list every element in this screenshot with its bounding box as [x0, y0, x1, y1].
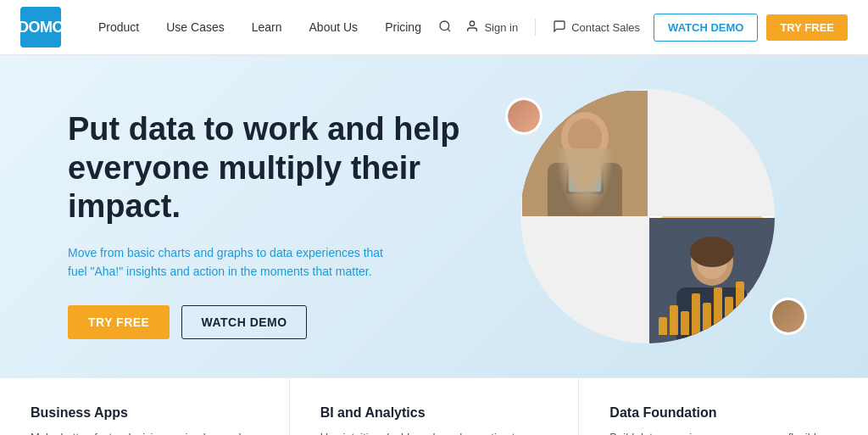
hero-section: Put data to work and help everyone multi… — [0, 55, 868, 377]
hero-buttons: TRY FREE WATCH DEMO — [68, 305, 475, 339]
avatar-face-2 — [772, 300, 804, 332]
feature-title-data-foundation: Data Foundation — [609, 405, 837, 421]
features-section: Business Apps Make better, faster decisi… — [0, 377, 868, 435]
chart-bar — [725, 297, 733, 336]
contact-sales-label: Contact Sales — [571, 21, 640, 34]
nav-divider — [535, 19, 536, 36]
avatar-face-1 — [508, 100, 540, 132]
hero-subtext: Move from basic charts and graphs to dat… — [68, 243, 390, 282]
chart-bar — [681, 311, 689, 335]
svg-point-13 — [690, 237, 734, 267]
chart-bars — [659, 267, 766, 335]
svg-line-1 — [448, 29, 451, 31]
contact-sales-button[interactable]: Contact Sales — [553, 20, 640, 36]
navbar-left: DOMO Product Use Cases Learn About Us Pr… — [20, 0, 435, 55]
navbar: DOMO Product Use Cases Learn About Us Pr… — [0, 0, 868, 55]
svg-rect-8 — [569, 170, 601, 192]
svg-rect-5 — [548, 163, 622, 216]
hero-subtext-highlight: moments that matter. — [257, 265, 371, 278]
chart-bar — [659, 317, 667, 335]
logo-text: DOMO — [18, 19, 64, 36]
hero-visual: PQLS BY LEAD STATUS 268 PQLs — [495, 106, 817, 343]
avatar-overlay-bottom-right — [770, 298, 807, 335]
feature-desc-data-foundation: Build data experiences on a secure, flex… — [609, 429, 837, 435]
watch-demo-hero-button[interactable]: WATCH DEMO — [181, 305, 306, 339]
feature-card-business-apps: Business Apps Make better, faster decisi… — [0, 377, 290, 435]
chart-bar — [670, 305, 678, 335]
search-button[interactable] — [438, 20, 452, 36]
feature-card-data-foundation: Data Foundation Build data experiences o… — [579, 377, 868, 435]
nav-btn-group: WATCH DEMO TRY FREE — [654, 14, 848, 42]
feature-title-bi-analytics: BI and Analytics — [320, 405, 548, 421]
svg-point-0 — [440, 21, 449, 31]
nav-use-cases[interactable]: Use Cases — [153, 0, 237, 55]
watch-demo-nav-button[interactable]: WATCH DEMO — [654, 14, 758, 42]
chart-bar — [703, 303, 711, 336]
nav-pricing[interactable]: Pricing — [371, 0, 435, 55]
chat-icon — [553, 20, 566, 36]
try-free-nav-button[interactable]: TRY FREE — [766, 14, 848, 41]
nav-learn[interactable]: Learn — [238, 0, 296, 55]
nav-product[interactable]: Product — [85, 0, 153, 55]
sign-in-button[interactable]: Sign in — [465, 20, 518, 36]
try-free-hero-button[interactable]: TRY FREE — [68, 305, 170, 339]
feature-desc-bi-analytics: Use intuitive dashboards and reporting t… — [320, 429, 548, 435]
chart-bar — [714, 287, 722, 335]
svg-point-6 — [568, 119, 602, 156]
feature-title-business-apps: Business Apps — [31, 405, 259, 421]
chart-bar — [692, 293, 700, 335]
chart-bar — [758, 285, 766, 336]
navbar-right: Sign in Contact Sales WATCH DEMO TRY FRE… — [438, 14, 848, 42]
nav-icon-group: Sign in Contact Sales — [438, 19, 640, 36]
user-icon — [465, 20, 479, 36]
logo[interactable]: DOMO — [20, 7, 61, 47]
hero-left: Put data to work and help everyone multi… — [68, 110, 475, 339]
sign-in-label: Sign in — [484, 21, 518, 34]
nav-links: Product Use Cases Learn About Us Pricing — [85, 0, 435, 55]
hero-circle-collage: PQLS BY LEAD STATUS 268 PQLs — [520, 89, 775, 343]
avatar-overlay-top-left — [505, 98, 542, 135]
hero-headline: Put data to work and help everyone multi… — [68, 110, 475, 226]
chart-bar — [747, 293, 755, 335]
feature-desc-business-apps: Make better, faster decisions using low-… — [31, 429, 259, 435]
search-icon — [438, 20, 452, 36]
nav-about-us[interactable]: About Us — [296, 0, 372, 55]
feature-card-bi-analytics: BI and Analytics Use intuitive dashboard… — [290, 377, 580, 435]
svg-rect-7 — [566, 167, 604, 194]
chart-bar — [736, 282, 744, 335]
svg-point-2 — [470, 21, 475, 25]
